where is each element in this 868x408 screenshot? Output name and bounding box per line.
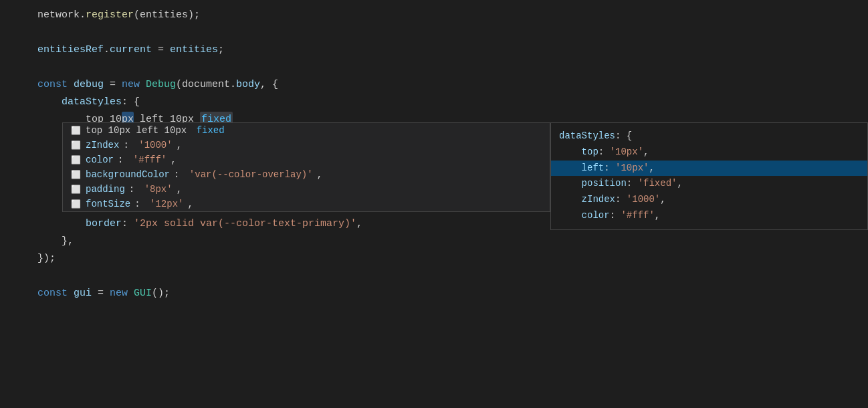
ac-icon-top: ⬜ <box>71 126 82 136</box>
line-empty-2 <box>0 59 868 76</box>
line-empty-1 <box>0 24 868 41</box>
detail-line-datastyles: dataStyles: { <box>559 128 859 144</box>
line-entitiesref: entitiesRef.current = entities; <box>0 41 868 59</box>
detail-popup: dataStyles: { top: '10px', left: '10px',… <box>550 122 868 230</box>
editor-container: network.register(entities); entitiesRef.… <box>0 0 868 408</box>
line-empty-3 <box>0 268 868 285</box>
line-const-gui: const gui = new GUI(); <box>0 285 868 302</box>
detail-line-zindex: zIndex: '1000', <box>559 192 859 208</box>
autocomplete-item-top[interactable]: ⬜ top 10px left 10px fixed <box>63 123 550 138</box>
detail-line-color: color: '#fff', <box>559 208 859 224</box>
line-datastyles-key: dataStyles: { <box>0 94 868 111</box>
detail-line-position: position: 'fixed', <box>559 176 859 192</box>
line-network-register: network.register(entities); <box>0 7 868 24</box>
line-const-debug: const debug = new Debug(document.body, { <box>0 76 868 94</box>
autocomplete-item-padding[interactable]: ⬜ padding: '8px', <box>63 182 550 197</box>
ac-icon-zindex: ⬜ <box>71 140 82 150</box>
autocomplete-popup: ⬜ top 10px left 10px fixed ⬜ zIndex: '10… <box>62 122 550 212</box>
autocomplete-item-color[interactable]: ⬜ color: '#fff', <box>63 152 550 167</box>
ac-icon-bgcolor: ⬜ <box>71 170 82 180</box>
autocomplete-item-fontsize[interactable]: ⬜ fontSize: '12px', <box>63 197 550 211</box>
autocomplete-item-zindex[interactable]: ⬜ zIndex: '1000', <box>63 138 550 152</box>
ac-icon-padding: ⬜ <box>71 185 82 195</box>
detail-line-top: top: '10px', <box>559 144 859 161</box>
ac-icon-color: ⬜ <box>71 155 82 165</box>
line-close-fn: }); <box>0 250 868 268</box>
ac-icon-fontsize: ⬜ <box>71 199 82 209</box>
line-close-obj: }, <box>0 233 868 250</box>
autocomplete-item-bgcolor[interactable]: ⬜ backgroundColor: 'var(--color-overlay)… <box>63 167 550 182</box>
detail-line-left: left: '10px', <box>551 161 867 177</box>
